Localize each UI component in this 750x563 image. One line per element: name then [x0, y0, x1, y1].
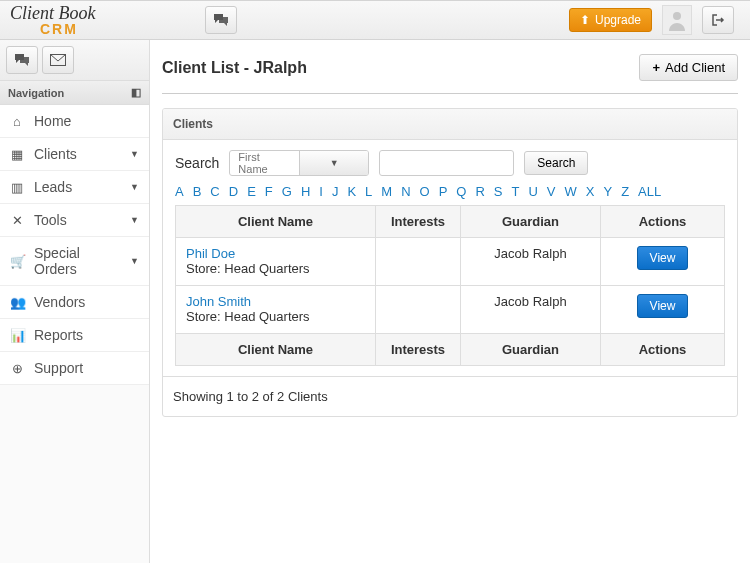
search-input[interactable]	[379, 150, 514, 176]
col-name: Client Name	[176, 206, 376, 238]
col-guardian: Guardian	[461, 334, 601, 366]
nav-item-leads[interactable]: ▥Leads▼	[0, 171, 149, 204]
alpha-link-q[interactable]: Q	[456, 184, 466, 199]
alpha-link-r[interactable]: R	[475, 184, 484, 199]
alpha-link-l[interactable]: L	[365, 184, 372, 199]
alpha-link-x[interactable]: X	[586, 184, 595, 199]
col-guardian: Guardian	[461, 206, 601, 238]
logo-text-top: Client Book	[10, 4, 150, 22]
nav-label: Support	[34, 360, 83, 376]
nav-item-tools[interactable]: ✕Tools▼	[0, 204, 149, 237]
logout-icon	[711, 13, 725, 27]
client-link[interactable]: Phil Doe	[186, 246, 235, 261]
chat-icon	[14, 53, 30, 67]
caret-down-icon: ▼	[130, 256, 139, 266]
upload-icon: ⬆	[580, 13, 590, 27]
actions-cell: View	[601, 238, 725, 286]
client-link[interactable]: John Smith	[186, 294, 251, 309]
add-client-button[interactable]: + Add Client	[639, 54, 738, 81]
search-button[interactable]: Search	[524, 151, 588, 175]
interests-cell	[376, 286, 461, 334]
alpha-link-z[interactable]: Z	[621, 184, 629, 199]
alpha-link-g[interactable]: G	[282, 184, 292, 199]
cart-icon: 🛒	[10, 254, 24, 269]
alpha-link-v[interactable]: V	[547, 184, 556, 199]
alpha-link-u[interactable]: U	[528, 184, 537, 199]
collapse-icon[interactable]: ◧	[131, 86, 141, 99]
chart-icon: 📊	[10, 328, 24, 343]
alpha-link-y[interactable]: Y	[603, 184, 612, 199]
name-cell: John SmithStore: Head Quarters	[176, 286, 376, 334]
nav-item-support[interactable]: ⊕Support	[0, 352, 149, 385]
upgrade-label: Upgrade	[595, 13, 641, 27]
alpha-link-e[interactable]: E	[247, 184, 256, 199]
alpha-link-all[interactable]: ALL	[638, 184, 661, 199]
nav-item-vendors[interactable]: 👥Vendors	[0, 286, 149, 319]
table-footer-info: Showing 1 to 2 of 2 Clients	[163, 376, 737, 416]
main-content: Client List - JRalph + Add Client Client…	[150, 40, 750, 563]
alpha-link-o[interactable]: O	[420, 184, 430, 199]
nav-label: Reports	[34, 327, 83, 343]
nav-item-home[interactable]: ⌂Home	[0, 105, 149, 138]
table-icon: ▥	[10, 180, 24, 195]
nav-label: Clients	[34, 146, 77, 162]
sidebar-actions	[0, 40, 149, 80]
chat-button[interactable]	[205, 6, 237, 34]
logout-button[interactable]	[702, 6, 734, 34]
tools-icon: ✕	[10, 213, 24, 228]
nav-label: Tools	[34, 212, 67, 228]
chat-icon	[213, 13, 229, 27]
interests-cell	[376, 238, 461, 286]
nav-header-label: Navigation	[8, 87, 64, 99]
alpha-link-h[interactable]: H	[301, 184, 310, 199]
table-footer-row: Client Name Interests Guardian Actions	[176, 334, 725, 366]
logo-text-bottom: CRM	[10, 22, 150, 36]
search-field-select[interactable]: First Name ▼	[229, 150, 369, 176]
nav-item-special-orders[interactable]: 🛒Special Orders▼	[0, 237, 149, 286]
search-field-value: First Name	[230, 151, 299, 175]
nav-item-clients[interactable]: ▦Clients▼	[0, 138, 149, 171]
alpha-link-w[interactable]: W	[565, 184, 577, 199]
caret-down-icon: ▼	[130, 149, 139, 159]
view-button[interactable]: View	[637, 294, 689, 318]
alpha-link-a[interactable]: A	[175, 184, 184, 199]
sidebar-chat-button[interactable]	[6, 46, 38, 74]
alpha-link-c[interactable]: C	[210, 184, 219, 199]
panel-body: Search First Name ▼ Search ABCDEFGHIJKLM…	[163, 140, 737, 376]
alpha-link-p[interactable]: P	[439, 184, 448, 199]
alpha-link-b[interactable]: B	[193, 184, 202, 199]
grid-icon: ▦	[10, 147, 24, 162]
caret-down-icon: ▼	[130, 182, 139, 192]
alpha-link-j[interactable]: J	[332, 184, 339, 199]
nav-list: ⌂Home ▦Clients▼ ▥Leads▼ ✕Tools▼ 🛒Special…	[0, 105, 149, 385]
mail-icon	[50, 54, 66, 66]
panel-header: Clients	[163, 109, 737, 140]
table-header-row: Client Name Interests Guardian Actions	[176, 206, 725, 238]
logo: Client Book CRM	[10, 4, 150, 36]
chevron-down-icon: ▼	[299, 151, 369, 175]
people-icon: 👥	[10, 295, 24, 310]
nav-item-reports[interactable]: 📊Reports	[0, 319, 149, 352]
topbar: Client Book CRM ⬆ Upgrade	[0, 0, 750, 40]
nav-label: Vendors	[34, 294, 85, 310]
sidebar: Navigation ◧ ⌂Home ▦Clients▼ ▥Leads▼ ✕To…	[0, 40, 150, 563]
alpha-link-s[interactable]: S	[494, 184, 503, 199]
page-title: Client List - JRalph	[162, 59, 307, 77]
alpha-link-d[interactable]: D	[229, 184, 238, 199]
guardian-cell: Jacob Ralph	[461, 286, 601, 334]
alpha-link-i[interactable]: I	[319, 184, 323, 199]
col-interests: Interests	[376, 206, 461, 238]
avatar[interactable]	[662, 5, 692, 35]
alpha-link-k[interactable]: K	[347, 184, 356, 199]
search-label: Search	[175, 155, 219, 171]
alpha-link-n[interactable]: N	[401, 184, 410, 199]
svg-point-0	[673, 12, 681, 20]
view-button[interactable]: View	[637, 246, 689, 270]
name-cell: Phil DoeStore: Head Quarters	[176, 238, 376, 286]
alpha-link-t[interactable]: T	[512, 184, 520, 199]
actions-cell: View	[601, 286, 725, 334]
sidebar-mail-button[interactable]	[42, 46, 74, 74]
alpha-link-f[interactable]: F	[265, 184, 273, 199]
upgrade-button[interactable]: ⬆ Upgrade	[569, 8, 652, 32]
alpha-link-m[interactable]: M	[381, 184, 392, 199]
